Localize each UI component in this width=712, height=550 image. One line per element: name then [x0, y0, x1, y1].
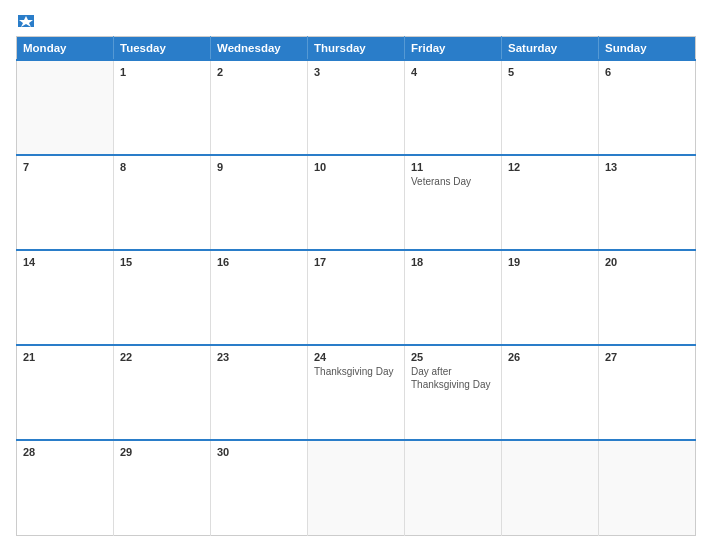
day-number: 13 — [605, 161, 689, 173]
day-cell: 3 — [308, 60, 405, 155]
day-number: 22 — [120, 351, 204, 363]
weekday-sunday: Sunday — [599, 37, 696, 61]
day-number: 6 — [605, 66, 689, 78]
weekday-header-row: MondayTuesdayWednesdayThursdayFridaySatu… — [17, 37, 696, 61]
day-cell: 5 — [502, 60, 599, 155]
day-cell: 8 — [114, 155, 211, 250]
day-number: 4 — [411, 66, 495, 78]
day-cell: 11Veterans Day — [405, 155, 502, 250]
weekday-tuesday: Tuesday — [114, 37, 211, 61]
week-row-3: 14151617181920 — [17, 250, 696, 345]
weekday-saturday: Saturday — [502, 37, 599, 61]
weekday-wednesday: Wednesday — [211, 37, 308, 61]
day-number: 9 — [217, 161, 301, 173]
day-cell: 2 — [211, 60, 308, 155]
day-number: 14 — [23, 256, 107, 268]
day-cell: 17 — [308, 250, 405, 345]
day-cell: 7 — [17, 155, 114, 250]
day-cell: 12 — [502, 155, 599, 250]
day-cell: 29 — [114, 440, 211, 535]
logo-icon — [18, 15, 34, 27]
day-cell: 9 — [211, 155, 308, 250]
week-row-1: 123456 — [17, 60, 696, 155]
holiday-label: Veterans Day — [411, 175, 495, 188]
day-cell — [405, 440, 502, 535]
day-number: 19 — [508, 256, 592, 268]
day-number: 23 — [217, 351, 301, 363]
logo — [16, 14, 34, 26]
day-number: 20 — [605, 256, 689, 268]
day-number: 26 — [508, 351, 592, 363]
weekday-thursday: Thursday — [308, 37, 405, 61]
day-number: 15 — [120, 256, 204, 268]
day-number: 2 — [217, 66, 301, 78]
day-cell — [17, 60, 114, 155]
day-cell: 22 — [114, 345, 211, 440]
day-cell: 23 — [211, 345, 308, 440]
weekday-monday: Monday — [17, 37, 114, 61]
day-cell: 27 — [599, 345, 696, 440]
day-cell: 6 — [599, 60, 696, 155]
day-cell — [502, 440, 599, 535]
day-number: 3 — [314, 66, 398, 78]
day-cell: 14 — [17, 250, 114, 345]
day-cell: 19 — [502, 250, 599, 345]
day-number: 30 — [217, 446, 301, 458]
day-number: 11 — [411, 161, 495, 173]
day-number: 21 — [23, 351, 107, 363]
day-cell: 15 — [114, 250, 211, 345]
calendar-table: MondayTuesdayWednesdayThursdayFridaySatu… — [16, 36, 696, 536]
week-row-5: 282930 — [17, 440, 696, 535]
day-number: 1 — [120, 66, 204, 78]
day-number: 8 — [120, 161, 204, 173]
day-number: 25 — [411, 351, 495, 363]
day-cell: 18 — [405, 250, 502, 345]
day-number: 28 — [23, 446, 107, 458]
holiday-label: Thanksgiving Day — [314, 365, 398, 378]
day-cell: 13 — [599, 155, 696, 250]
week-row-2: 7891011Veterans Day1213 — [17, 155, 696, 250]
day-number: 17 — [314, 256, 398, 268]
day-number: 5 — [508, 66, 592, 78]
day-cell — [308, 440, 405, 535]
calendar-page: MondayTuesdayWednesdayThursdayFridaySatu… — [0, 0, 712, 550]
day-cell: 28 — [17, 440, 114, 535]
day-cell: 25Day after Thanksgiving Day — [405, 345, 502, 440]
holiday-label: Day after Thanksgiving Day — [411, 365, 495, 391]
day-number: 12 — [508, 161, 592, 173]
day-cell: 4 — [405, 60, 502, 155]
day-cell: 30 — [211, 440, 308, 535]
header — [16, 14, 696, 26]
day-number: 27 — [605, 351, 689, 363]
day-number: 10 — [314, 161, 398, 173]
day-cell — [599, 440, 696, 535]
day-cell: 21 — [17, 345, 114, 440]
day-cell: 10 — [308, 155, 405, 250]
day-cell: 24Thanksgiving Day — [308, 345, 405, 440]
day-number: 16 — [217, 256, 301, 268]
day-number: 18 — [411, 256, 495, 268]
weekday-friday: Friday — [405, 37, 502, 61]
day-cell: 16 — [211, 250, 308, 345]
day-number: 7 — [23, 161, 107, 173]
week-row-4: 21222324Thanksgiving Day25Day after Than… — [17, 345, 696, 440]
day-cell: 20 — [599, 250, 696, 345]
day-cell: 26 — [502, 345, 599, 440]
day-cell: 1 — [114, 60, 211, 155]
day-number: 29 — [120, 446, 204, 458]
day-number: 24 — [314, 351, 398, 363]
